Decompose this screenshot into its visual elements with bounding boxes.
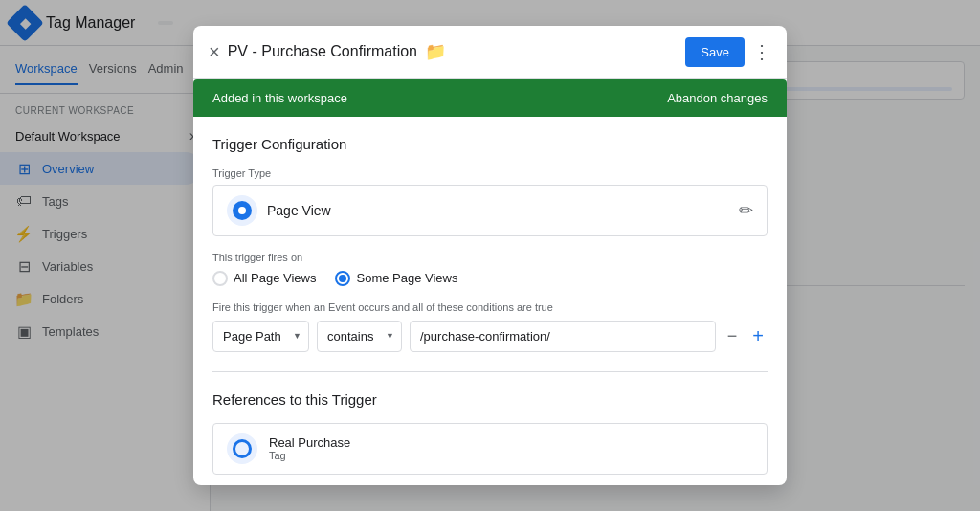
radio-all-page-views[interactable]: All Page Views bbox=[212, 271, 316, 286]
modal-header: × PV - Purchase Confirmation 📁 Save ⋮ bbox=[193, 46, 787, 79]
trigger-type-label: Trigger Type bbox=[212, 167, 768, 179]
condition-operator-wrapper: contains bbox=[317, 321, 402, 352]
modal-title: PV - Purchase Confirmation bbox=[228, 46, 417, 60]
ref-type: Tag bbox=[269, 450, 350, 461]
conditions-label: Fire this trigger when an Event occurs a… bbox=[212, 301, 768, 313]
trigger-type-box[interactable]: Page View ✏ bbox=[212, 185, 768, 236]
references-section: References to this Trigger Real Purchase… bbox=[212, 371, 768, 475]
modal-close-button[interactable]: × bbox=[209, 46, 220, 63]
trigger-config-title: Trigger Configuration bbox=[212, 136, 768, 152]
radio-label-all: All Page Views bbox=[234, 271, 316, 285]
fires-on-label: This trigger fires on bbox=[212, 252, 768, 263]
radio-group: All Page Views Some Page Views bbox=[212, 271, 768, 286]
condition-add-button[interactable]: + bbox=[748, 322, 768, 351]
condition-field-select[interactable]: Page Path bbox=[212, 321, 309, 352]
modal-header-right: Save ⋮ bbox=[685, 46, 771, 67]
ref-name: Real Purchase bbox=[269, 435, 350, 450]
references-title: References to this Trigger bbox=[212, 391, 768, 408]
trigger-type-value: Page View bbox=[267, 203, 729, 218]
condition-field-wrapper: Page Path bbox=[212, 321, 309, 352]
abandon-changes-button[interactable]: Abandon changes bbox=[667, 91, 768, 105]
ref-info: Real Purchase Tag bbox=[269, 435, 350, 461]
save-button[interactable]: Save bbox=[685, 46, 745, 67]
added-banner: Added in this workspace Abandon changes bbox=[193, 79, 787, 117]
ref-icon bbox=[227, 433, 257, 464]
condition-value-input[interactable] bbox=[410, 321, 716, 352]
radio-some-page-views[interactable]: Some Page Views bbox=[335, 271, 457, 286]
radio-circle-all bbox=[212, 271, 228, 286]
modal-body: Trigger Configuration Trigger Type Page … bbox=[193, 117, 787, 486]
modal: × PV - Purchase Confirmation 📁 Save ⋮ Ad… bbox=[193, 46, 787, 485]
reference-item: Real Purchase Tag bbox=[212, 423, 768, 475]
edit-trigger-type-icon[interactable]: ✏ bbox=[739, 200, 753, 221]
condition-remove-button[interactable]: − bbox=[724, 322, 742, 350]
trigger-type-icon bbox=[227, 195, 257, 226]
added-banner-text: Added in this workspace bbox=[212, 91, 347, 105]
radio-circle-some bbox=[335, 271, 350, 286]
modal-overlay: × PV - Purchase Confirmation 📁 Save ⋮ Ad… bbox=[0, 46, 980, 511]
condition-row: Page Path contains − + bbox=[212, 321, 768, 352]
modal-folder-icon[interactable]: 📁 bbox=[425, 46, 446, 62]
condition-operator-select[interactable]: contains bbox=[317, 321, 402, 352]
modal-header-left: × PV - Purchase Confirmation 📁 bbox=[209, 46, 446, 63]
more-options-button[interactable]: ⋮ bbox=[752, 46, 771, 63]
radio-label-some: Some Page Views bbox=[356, 271, 457, 285]
